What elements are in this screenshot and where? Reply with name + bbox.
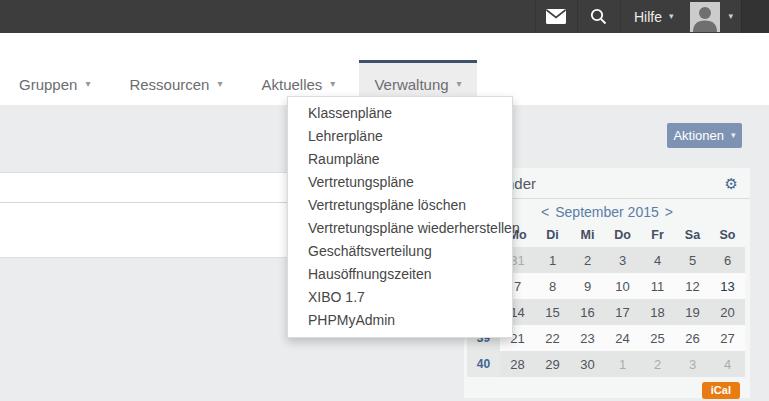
menu-item[interactable]: XIBO 1.7	[288, 286, 512, 309]
day-header: Sa	[675, 223, 710, 247]
nav-item-label: Ressourcen	[129, 76, 209, 93]
caret-down-icon: ▾	[457, 79, 462, 89]
menu-item[interactable]: PHPMyAdmin	[288, 309, 512, 332]
day-cell[interactable]: 5	[675, 247, 710, 273]
day-cell[interactable]: 3	[675, 351, 710, 377]
menu-item[interactable]: Hausöffnungszeiten	[288, 263, 512, 286]
nav-item-label: Gruppen	[19, 76, 77, 93]
day-cell[interactable]: 1	[605, 351, 640, 377]
menu-item[interactable]: Lehrerpläne	[288, 125, 512, 148]
actions-button[interactable]: Aktionen ▾	[667, 123, 742, 148]
menu-item[interactable]: Vertretungspläne löschen	[288, 194, 512, 217]
day-header: Do	[605, 223, 640, 247]
month-label: September 2015	[555, 204, 659, 220]
next-month-button[interactable]: >	[665, 204, 673, 220]
caret-down-icon: ▾	[330, 79, 335, 89]
day-cell[interactable]: 19	[675, 299, 710, 325]
help-menu[interactable]: Hilfe ▾	[620, 0, 687, 33]
day-cell[interactable]: 2	[570, 247, 605, 273]
topbar-end-block	[741, 0, 769, 33]
search-button[interactable]	[577, 0, 620, 33]
menu-item[interactable]: Vertretungspläne	[288, 171, 512, 194]
day-cell[interactable]: 6	[710, 247, 745, 273]
day-cell[interactable]: 4	[640, 247, 675, 273]
day-cell[interactable]: 22	[535, 325, 570, 351]
day-cell-selected[interactable]: 13	[710, 273, 745, 299]
day-header: Fr	[640, 223, 675, 247]
avatar	[690, 2, 720, 32]
day-cell[interactable]: 3	[605, 247, 640, 273]
nav-item-gruppen[interactable]: Gruppen▾	[4, 60, 105, 105]
day-cell[interactable]: 20	[710, 299, 745, 325]
nav-item-ressourcen[interactable]: Ressourcen▾	[114, 60, 237, 105]
nav-item-label: Aktuelles	[261, 76, 322, 93]
day-cell[interactable]: 28	[500, 351, 535, 377]
prev-month-button[interactable]: <	[541, 204, 549, 220]
menu-item[interactable]: Geschäftsverteilung	[288, 240, 512, 263]
day-cell[interactable]: 4	[710, 351, 745, 377]
ical-button[interactable]: iCal	[702, 382, 740, 399]
top-bar: Hilfe ▾ ▾	[0, 0, 769, 33]
day-cell[interactable]: 12	[675, 273, 710, 299]
menu-item[interactable]: Vertretungspläne wiederherstellen	[288, 217, 512, 240]
day-cell[interactable]: 16	[570, 299, 605, 325]
nav-item-label: Verwaltung	[374, 76, 448, 93]
caret-down-icon: ▾	[669, 12, 674, 21]
day-cell[interactable]: 9	[570, 273, 605, 299]
search-icon	[590, 8, 607, 25]
week-number[interactable]: 40	[467, 351, 500, 377]
day-cell[interactable]: 15	[535, 299, 570, 325]
day-cell[interactable]: 23	[570, 325, 605, 351]
day-header: Di	[535, 223, 570, 247]
calendar-footer: iCal	[464, 377, 750, 399]
caret-down-icon: ▾	[85, 79, 90, 89]
mail-button[interactable]	[535, 0, 577, 33]
day-cell[interactable]: 17	[605, 299, 640, 325]
day-cell[interactable]: 8	[535, 273, 570, 299]
day-cell[interactable]: 24	[605, 325, 640, 351]
menu-item[interactable]: Raumpläne	[288, 148, 512, 171]
actions-label: Aktionen	[673, 128, 724, 143]
menu-item[interactable]: Klassenpläne	[288, 102, 512, 125]
day-cell[interactable]: 25	[640, 325, 675, 351]
day-cell[interactable]: 10	[605, 273, 640, 299]
day-cell[interactable]: 27	[710, 325, 745, 351]
gear-icon[interactable]: ⚙	[725, 176, 738, 191]
caret-down-icon: ▾	[731, 131, 736, 140]
day-header: Mi	[570, 223, 605, 247]
day-cell[interactable]: 30	[570, 351, 605, 377]
day-cell[interactable]: 1	[535, 247, 570, 273]
mail-icon	[546, 9, 566, 24]
caret-down-icon: ▾	[217, 79, 222, 89]
day-cell[interactable]: 18	[640, 299, 675, 325]
calendar-week-row: 402829301234	[467, 351, 747, 377]
day-cell[interactable]: 29	[535, 351, 570, 377]
day-cell[interactable]: 26	[675, 325, 710, 351]
day-cell[interactable]: 2	[640, 351, 675, 377]
day-header: So	[710, 223, 745, 247]
caret-down-icon: ▾	[728, 12, 733, 21]
user-menu[interactable]: ▾	[686, 0, 741, 33]
nav-items: Gruppen▾Ressourcen▾Aktuelles▾Verwaltung▾	[4, 33, 486, 105]
day-cell[interactable]: 11	[640, 273, 675, 299]
verwaltung-dropdown-menu: KlassenpläneLehrerpläneRaumpläneVertretu…	[287, 96, 513, 338]
help-label: Hilfe	[634, 9, 662, 25]
main-nav: Gruppen▾Ressourcen▾Aktuelles▾Verwaltung▾	[0, 33, 769, 105]
